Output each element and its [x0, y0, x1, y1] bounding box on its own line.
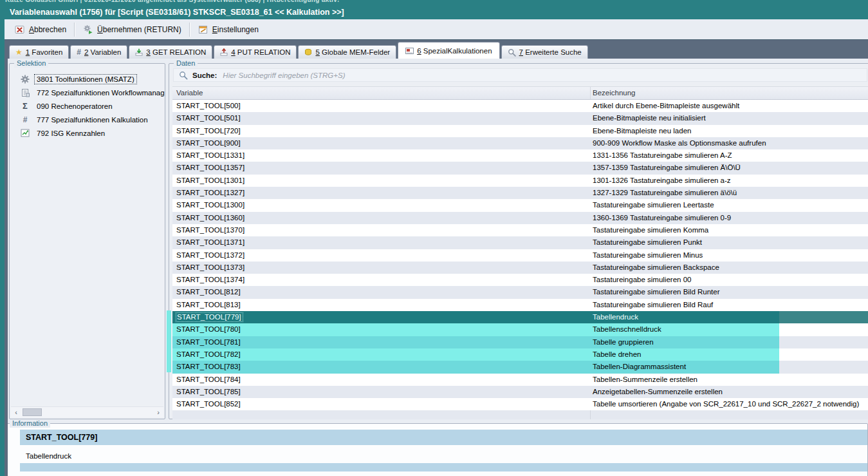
- table-row[interactable]: START_TOOL[1374]Tastatureingabe simulier…: [172, 274, 868, 286]
- table-row[interactable]: START_TOOL[500]Artikel durch Ebene-Bitma…: [172, 100, 868, 112]
- cell-variable: START_TOOL[785]: [172, 386, 591, 398]
- table-row[interactable]: START_TOOL[852]Tabelle umsortieren (Anga…: [172, 398, 868, 410]
- magnifier-icon: [508, 48, 516, 57]
- column-header-bezeichnung[interactable]: Bezeichnung: [591, 87, 868, 99]
- cell-variable: START_TOOL[784]: [172, 374, 591, 386]
- put-relation-icon: [220, 48, 228, 56]
- tree-item-777[interactable]: #777 Spezialfunktionen Kalkulation: [10, 113, 165, 126]
- scroll-right-arrow-icon[interactable]: ›: [153, 407, 163, 417]
- search-icon: [179, 71, 188, 80]
- table-row[interactable]: START_TOOL[783]Tabellen-Diagrammassisten…: [172, 361, 868, 373]
- cell-bezeichnung: Tabellen-Diagrammassistent: [591, 361, 868, 373]
- tree-item-3801[interactable]: 3801 Toolfunktionen (MSATZ): [10, 72, 165, 86]
- cancel-icon: [15, 24, 25, 35]
- tree-item-3801-label: 3801 Toolfunktionen (MSATZ): [35, 75, 136, 84]
- apply-icon: [83, 24, 93, 35]
- table-row[interactable]: START_TOOL[813]Tastatureingabe simuliere…: [172, 299, 868, 311]
- cell-bezeichnung: Tabellen-Summenzeile erstellen: [591, 374, 868, 386]
- tab-variablen[interactable]: #2 Variablen: [70, 45, 127, 59]
- search-bar[interactable]: Suche:: [173, 68, 867, 82]
- cell-variable: START_TOOL[779]: [172, 311, 591, 323]
- table-row[interactable]: START_TOOL[1327]1327-1329 Tastatureingab…: [172, 187, 868, 199]
- tab-put-relation[interactable]: 4 PUT RELATION: [214, 45, 297, 59]
- selektion-horizontal-scrollbar[interactable]: ‹ ›: [11, 406, 163, 417]
- tab-erweiterte-suche[interactable]: 7 Erweiterte Suche: [501, 45, 588, 59]
- cell-variable: START_TOOL[813]: [172, 299, 591, 311]
- table-row[interactable]: START_TOOL[1373]Tastatureingabe simulier…: [172, 262, 868, 274]
- cell-variable: START_TOOL[1357]: [172, 162, 591, 174]
- tree-item-792[interactable]: 792 ISG Kennzahlen: [10, 126, 165, 140]
- cell-variable: START_TOOL[900]: [172, 137, 591, 149]
- scrollbar-thumb[interactable]: [23, 408, 42, 416]
- information-group: Information START_TOOL[779] Tabellendruc…: [5, 423, 868, 476]
- settings-button-label: Einstellungen: [212, 25, 259, 34]
- table-row[interactable]: START_TOOL[1300]Tastatureingabe simulier…: [172, 199, 868, 211]
- cancel-button[interactable]: Abbrechen: [10, 23, 71, 37]
- table-row[interactable]: START_TOOL[1301]1301-1326 Tastatureingab…: [172, 175, 868, 187]
- selektion-group-label: Selektion: [14, 59, 48, 68]
- cell-variable: START_TOOL[1373]: [172, 262, 591, 274]
- cell-variable: START_TOOL[1301]: [172, 175, 591, 187]
- cell-variable: START_TOOL[1331]: [172, 149, 591, 162]
- title-bar[interactable]: Variablenauswahl (1756) für [Script (SE0…: [0, 5, 868, 19]
- tree-item-772[interactable]: 772 Spezialfunktionen Workflowmanag: [10, 86, 165, 99]
- table-row[interactable]: START_TOOL[1371]Tastatureingabe simulier…: [172, 236, 868, 249]
- table-row[interactable]: START_TOOL[1372]Tastatureingabe simulier…: [172, 249, 868, 262]
- apply-button[interactable]: Übernehmen (RETURN): [78, 23, 187, 37]
- tab-variablen-label: 2 Variablen: [84, 48, 121, 56]
- daten-group-label: Daten: [174, 59, 198, 68]
- calc-window-icon: [405, 47, 414, 55]
- cell-bezeichnung: 1331-1356 Tastatureingabe simulieren A-Z: [591, 149, 868, 162]
- information-group-label: Information: [10, 419, 50, 428]
- tab-get-relation[interactable]: 3 GET RELATION: [129, 45, 212, 59]
- table-row[interactable]: START_TOOL[900]900-909 Workflow Maske al…: [172, 137, 868, 149]
- tab-favoriten[interactable]: ★1 Favoriten: [9, 45, 69, 59]
- table-row[interactable]: START_TOOL[785]Anzeigetabellen-Summenzei…: [172, 386, 868, 398]
- selektion-group: Selektion 3801 Toolfunktionen (MSATZ)772…: [9, 63, 165, 419]
- table-row[interactable]: START_TOOL[1360]1360-1369 Tastatureingab…: [172, 212, 868, 224]
- table-row[interactable]: START_TOOL[784]Tabellen-Summenzeile erst…: [172, 374, 868, 386]
- top-status-text: Katze Goldasch GmbH | 01/2020-12/2020 an…: [0, 0, 868, 3]
- tab-favoriten-label: 1 Favoriten: [26, 48, 63, 56]
- cell-bezeichnung: Tastatureingabe simulieren Komma: [591, 224, 868, 236]
- table-row[interactable]: START_TOOL[782]Tabelle drehen: [172, 348, 868, 361]
- tree-item-090[interactable]: Σ090 Rechenoperatoren: [10, 99, 165, 113]
- table-row[interactable]: START_TOOL[781]Tabelle gruppieren: [172, 336, 868, 348]
- table-row[interactable]: START_TOOL[1370]Tastatureingabe simulier…: [172, 224, 868, 236]
- cell-bezeichnung: Artikel durch Ebene-Bitmapleiste ausgewä…: [591, 100, 868, 112]
- cell-variable: START_TOOL[781]: [172, 336, 591, 348]
- search-input[interactable]: [221, 71, 867, 80]
- window-title: Variablenauswahl (1756) für [Script (SE0…: [10, 8, 344, 17]
- tab-spezialkalkulationen[interactable]: 6 SpezialKalkulationen: [398, 42, 499, 59]
- table-header[interactable]: Variable Bezeichnung: [172, 86, 868, 100]
- apply-button-label: Übernehmen (RETURN): [97, 25, 181, 34]
- cell-variable: START_TOOL[780]: [172, 323, 591, 336]
- table-row[interactable]: START_TOOL[720]Ebene-Bitmapleiste neu la…: [172, 125, 868, 137]
- table-row[interactable]: START_TOOL[1331]1331-1356 Tastatureingab…: [172, 149, 868, 162]
- tab-globale-mem-felder-label: 5 Globale MEM-Felder: [315, 48, 390, 56]
- cell-bezeichnung: 900-909 Workflow Maske als Optionsmaske …: [591, 137, 868, 149]
- cell-bezeichnung: Anzeigetabellen-Summenzeile erstellen: [591, 386, 868, 398]
- information-title: START_TOOL[779]: [26, 433, 97, 442]
- table-row[interactable]: START_TOOL[780]Tabellenschnelldruck: [172, 323, 868, 336]
- mem-db-icon: [304, 48, 312, 56]
- tree-item-777-label: 777 Spezialfunktionen Kalkulation: [35, 115, 150, 124]
- cell-bezeichnung: 1327-1329 Tastatureingabe simulieren ä\ö…: [591, 187, 868, 199]
- tab-put-relation-label: 4 PUT RELATION: [231, 48, 290, 56]
- tab-globale-mem-felder[interactable]: 5 Globale MEM-Felder: [298, 45, 396, 59]
- settings-button[interactable]: Einstellungen: [193, 23, 264, 37]
- table-row[interactable]: START_TOOL[812]Tastatureingabe simuliere…: [172, 286, 868, 298]
- settings-icon: [198, 24, 208, 35]
- scroll-left-arrow-icon[interactable]: ‹: [11, 407, 21, 417]
- toolbar: AbbrechenÜbernehmen (RETURN)Einstellunge…: [5, 19, 868, 39]
- column-header-variable[interactable]: Variable: [172, 87, 591, 99]
- cell-variable: START_TOOL[812]: [172, 286, 591, 298]
- information-description: Tabellendruck: [26, 452, 71, 460]
- cell-variable: START_TOOL[852]: [172, 398, 591, 410]
- table-row[interactable]: START_TOOL[1357]1357-1359 Tastatureingab…: [172, 162, 868, 174]
- table-row[interactable]: START_TOOL[779]Tabellendruck: [172, 311, 868, 323]
- toolbar-separator: [74, 23, 75, 37]
- cell-bezeichnung: Tabelle umsortieren (Angabe von SCR_2261…: [591, 398, 868, 410]
- cell-bezeichnung: Tabellendruck: [591, 311, 868, 323]
- table-row[interactable]: START_TOOL[501]Ebene-Bitmapleiste neu in…: [172, 112, 868, 124]
